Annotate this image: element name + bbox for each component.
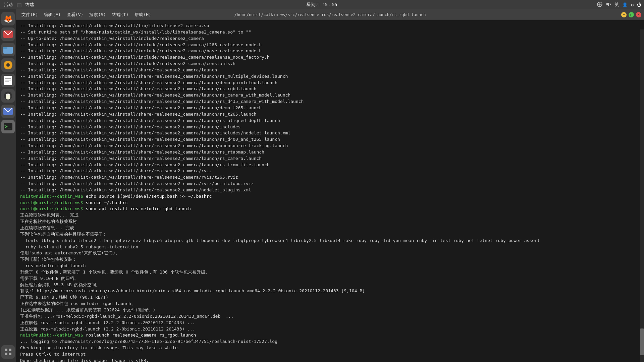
terminal-line: 正在读取状态信息... 完成	[20, 225, 640, 231]
terminal-line: 下列【新】软件包将被安装：	[20, 256, 640, 263]
terminal-line: -- Installing: /home/nuist/catkin_ws/ins…	[20, 61, 640, 67]
minimize-button[interactable]: −	[621, 12, 627, 17]
terminal-line: 获取:1 http://mirrors.ustc.edu.cn/ros/ubun…	[20, 288, 640, 294]
terminal-line: -- Installing: /home/nuist/catkin_ws/ins…	[20, 156, 640, 162]
terminal-line: 已下载 9,104 B，耗时 0秒 (90.1 kB/s)	[20, 294, 640, 301]
activities-button[interactable]: 活动	[3, 2, 14, 8]
terminal-line: Done checking log file disk usage. Usage…	[20, 358, 640, 362]
terminal-line: (正在读取数据库 ... 系统当前共安装有 202624 个文件和目录。)	[20, 307, 640, 313]
system-bar: 活动 ⬛ 终端 星期四 15：55 英 👤 ⚙ ⏻	[0, 0, 644, 9]
terminal-line: 升级了 0 个软件包，新安装了 1 个软件包，要卸载 0 个软件包，有 106 …	[20, 269, 640, 276]
terminal-line: -- Installing: /home/nuist/catkin_ws/ins…	[20, 162, 640, 168]
taskbar-icon-firefox[interactable]: 🦊	[1, 12, 15, 25]
system-bar-right: 英 👤 ⚙ ⏻	[597, 2, 641, 8]
taskbar-icon-mail2[interactable]	[1, 105, 15, 118]
svg-rect-10	[3, 47, 7, 49]
system-bar-left: 活动 ⬛ 终端	[3, 2, 34, 8]
command-text: sudo apt install ros-melodic-rgbd-launch	[83, 206, 191, 211]
terminal-line: -- Installing: /home/nuist/catkin_ws/ins…	[20, 130, 640, 136]
maximize-button[interactable]: □	[629, 12, 634, 17]
terminal-line: 正在解包 ros-melodic-rgbd-launch (2.2.2-0bio…	[20, 320, 640, 326]
terminal-line: nuist@nuist:~/catkin_ws$ source ~/.bashr…	[20, 200, 640, 206]
terminal-line: 正准备解包 .../ros-melodic-rgbd-launch_2.2.2-…	[20, 313, 640, 320]
terminal-line: -- Installing: /home/nuist/catkin_ws/ins…	[20, 23, 640, 29]
terminal-line: -- Installing: /home/nuist/catkin_ws/ins…	[20, 136, 640, 143]
terminal-line: fonts-lklug-sinhala libccd2 libcgraphviz…	[20, 238, 640, 244]
terminal-line: -- Installing: /home/nuist/catkin_ws/ins…	[20, 149, 640, 156]
terminal-line: -- Installing: /home/nuist/catkin_ws/ins…	[20, 187, 640, 193]
terminal-line: -- Installing: /home/nuist/catkin_ws/ins…	[20, 48, 640, 54]
terminal-line: -- Installing: /home/nuist/catkin_ws/ins…	[20, 54, 640, 61]
taskbar-icon-apps[interactable]	[1, 345, 15, 359]
terminal-line: -- Installing: /home/nuist/catkin_ws/ins…	[20, 181, 640, 187]
menu-search[interactable]: 搜索(S)	[87, 11, 108, 19]
terminal-menu: 文件(F) 编辑(E) 查看(V) 搜索(S) 终端(T) 帮助(H)	[19, 11, 154, 19]
command-text: roslaunch realsense2_camera rs_rgbd.laun…	[83, 333, 196, 338]
scrollbar-thumb[interactable]	[640, 328, 644, 355]
svg-rect-26	[5, 349, 7, 351]
terminal-line: nuist@nuist:~/catkin_ws$ echo source $(p…	[20, 193, 640, 200]
prompt-text: nuist@nuist:~/catkin_ws$	[20, 206, 83, 211]
menu-edit[interactable]: 编辑(E)	[41, 11, 63, 19]
svg-point-22	[9, 94, 9, 95]
settings-icon[interactable]: ⚙	[631, 2, 634, 7]
window-controls: − □ ×	[621, 12, 641, 17]
terminal-line: 需要下载 9,104 B 的归档。	[20, 276, 640, 282]
system-bar-time: 星期四 15：55	[307, 2, 337, 8]
menu-terminal[interactable]: 终端(T)	[109, 11, 131, 19]
terminal-content[interactable]: -- Installing: /home/nuist/catkin_ws/ins…	[16, 20, 644, 362]
terminal-line: -- Installing: /home/nuist/catkin_ws/ins…	[20, 92, 640, 99]
terminal-line: -- Installing: /home/nuist/catkin_ws/ins…	[20, 86, 640, 92]
taskbar-icon-penguin[interactable]	[1, 89, 15, 103]
svg-point-21	[7, 94, 7, 95]
taskbar-icon-document[interactable]	[1, 74, 15, 87]
terminal-line: 正在分析软件包的依赖关系树	[20, 219, 640, 225]
prompt-text: nuist@nuist:~/catkin_ws$	[20, 333, 83, 338]
svg-marker-5	[606, 2, 609, 6]
terminal-line: -- Installing: /home/nuist/catkin_ws/ins…	[20, 174, 640, 181]
close-button[interactable]: ×	[636, 12, 641, 17]
taskbar-icon-email[interactable]	[1, 27, 15, 41]
terminal-line: ros-melodic-rgbd-launch	[20, 263, 640, 269]
taskbar-bottom	[1, 345, 15, 359]
terminal-scrollbar[interactable]	[640, 29, 644, 362]
command-text: echo source $(pwd)/devel/setup.bash >> ~…	[83, 194, 212, 199]
terminal-line: -- Installing: /home/nuist/catkin_ws/ins…	[20, 105, 640, 111]
terminal-line: 下列软件包是自动安装的并且现在不需要了:	[20, 231, 640, 238]
svg-text:⬛: ⬛	[17, 3, 21, 7]
terminal-line: 正在读取软件包列表... 完成	[20, 212, 640, 219]
terminal-line: -- Installing: /home/nuist/catkin_ws/ins…	[20, 168, 640, 174]
terminal-line: -- Installing: /home/nuist/catkin_ws/ins…	[20, 143, 640, 149]
taskbar-icon-files[interactable]	[1, 43, 15, 56]
menu-view[interactable]: 查看(V)	[64, 11, 86, 19]
terminal-line: 正在选中未选择的软件包 ros-melodic-rgbd-launch。	[20, 301, 640, 307]
taskbar-icon-terminal[interactable]	[1, 120, 15, 133]
taskbar-icon-music[interactable]	[1, 58, 15, 72]
menu-help[interactable]: 帮助(H)	[132, 11, 154, 19]
system-bar-app: ⬛	[17, 2, 22, 7]
svg-point-12	[6, 63, 10, 67]
terminal-line: 解压缩后会消耗 55.3 kB 的额外空间。	[20, 282, 640, 288]
language-indicator[interactable]: 英	[614, 2, 619, 8]
taskbar: 🦊	[0, 9, 16, 362]
terminal-line: -- Installing: /home/nuist/catkin_ws/ins…	[20, 73, 640, 80]
terminal-line: nuist@nuist:~/catkin_ws$ roslaunch reals…	[20, 332, 640, 339]
network-icon[interactable]	[597, 2, 602, 8]
svg-rect-24	[4, 123, 12, 130]
menu-file[interactable]: 文件(F)	[19, 11, 41, 19]
power-icon[interactable]: ⏻	[637, 2, 641, 7]
svg-rect-28	[5, 353, 7, 355]
terminal-line: 使用'sudo apt autoremove'来卸载它(它们)。	[20, 250, 640, 256]
command-text: source ~/.bashrc	[83, 200, 128, 205]
terminal-line: ... logging to /home/nuist/.ros/log/c7e8…	[20, 339, 640, 345]
svg-rect-29	[9, 353, 11, 355]
terminal-line: Checking log directory for disk usage. T…	[20, 345, 640, 351]
terminal-line: -- Up-to-date: /home/nuist/catkin_ws/ins…	[20, 36, 640, 42]
prompt-text: nuist@nuist:~/catkin_ws$	[20, 200, 83, 205]
user-icon[interactable]: 👤	[622, 2, 628, 7]
terminal-titlebar: 文件(F) 编辑(E) 查看(V) 搜索(S) 终端(T) 帮助(H) /hom…	[16, 9, 644, 20]
volume-icon[interactable]	[606, 2, 611, 8]
terminal-line: -- Installing: /home/nuist/catkin_ws/ins…	[20, 42, 640, 48]
terminal-line: 正在设置 ros-melodic-rgbd-launch (2.2.2-0bio…	[20, 326, 640, 333]
prompt-text: nuist@nuist:~/catkin_ws$	[20, 194, 83, 199]
